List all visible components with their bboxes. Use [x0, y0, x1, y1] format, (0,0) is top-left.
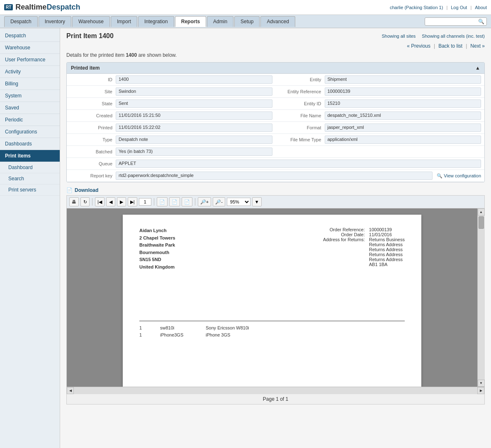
horizontal-scrollbar[interactable]: ◀ ▶	[67, 387, 484, 394]
page-title: Print Item 1400	[66, 32, 114, 40]
vertical-scrollbar[interactable]: ▲ ▼	[477, 208, 484, 387]
returns-postcode: AB1 1BA	[369, 262, 405, 267]
sidebar-item-saved[interactable]: Saved	[0, 102, 60, 114]
field-type: Type Despatch note	[67, 134, 276, 146]
download-row: 📄 Download	[66, 187, 485, 193]
tab-import[interactable]: Import	[111, 16, 137, 27]
sidebar-item-billing[interactable]: Billing	[0, 78, 60, 90]
returns-addr-4: Returns Address	[369, 257, 405, 262]
doc-item-name-1: Sony Ericsson W810i	[206, 325, 249, 330]
download-link[interactable]: Download	[75, 187, 98, 193]
field-created: Created 11/01/2016 15:21:50	[67, 110, 276, 122]
previous-link[interactable]: « Previous	[407, 43, 430, 49]
export-pdf-button[interactable]: 📄	[169, 197, 180, 206]
scroll-thumb[interactable]	[479, 216, 484, 229]
tab-inventory[interactable]: Inventory	[39, 16, 71, 27]
site-info: Showing all sites Showing all channels (…	[382, 34, 485, 39]
first-page-button[interactable]: |◀	[95, 197, 105, 206]
user-link[interactable]: charlie (Packing Station 1)	[390, 5, 443, 10]
logout-link[interactable]: Log Out	[451, 5, 467, 10]
page-number-input[interactable]	[139, 198, 151, 206]
order-date-label: Order Date:	[323, 232, 365, 237]
sidebar-item-configurations[interactable]: Configurations	[0, 126, 60, 138]
returns-addr-2: Returns Address	[369, 247, 405, 252]
tab-admin[interactable]: Admin	[207, 16, 233, 27]
next-page-button[interactable]: ▶	[117, 197, 126, 206]
content-area: Print Item 1400 Showing all sites Showin…	[60, 28, 491, 448]
showing-channels-link[interactable]: Showing all channels (inc. test)	[422, 34, 485, 39]
nav-controls: « Previous | Back to list | Next »	[66, 43, 485, 49]
scroll-up-button[interactable]: ▲	[478, 208, 485, 216]
sidebar-item-dashboards[interactable]: Dashboards	[0, 138, 60, 150]
next-link[interactable]: Next »	[470, 43, 485, 49]
tab-setup[interactable]: Setup	[234, 16, 260, 27]
field-id: ID 1400	[67, 74, 276, 86]
field-entity: Entity Shipment	[276, 74, 485, 86]
zoom-out-button[interactable]: 🔎-	[213, 197, 225, 206]
tab-integration[interactable]: Integration	[138, 16, 174, 27]
tab-despatch[interactable]: Despatch	[4, 16, 38, 27]
nav-search[interactable]: 🔍	[425, 17, 487, 26]
hscroll-right-button[interactable]: ▶	[477, 387, 484, 394]
sidebar-item-system[interactable]: System	[0, 90, 60, 102]
field-entity-id: Entity ID 15210	[276, 98, 485, 110]
sidebar-item-activity[interactable]: Activity	[0, 66, 60, 78]
document-area: Aidan Lynch 2 Chapel Towers Braithwaite …	[67, 208, 484, 387]
page-indicator: Page 1 of 1	[67, 394, 484, 404]
about-link[interactable]: About	[475, 5, 487, 10]
logo: RT RealtimeDespatch	[4, 3, 80, 12]
field-report-key: Report key rtd2-paperwork:despatchnote_s…	[67, 170, 484, 182]
logo-icon: RT	[4, 4, 13, 10]
export-xls-button[interactable]: 📄	[182, 197, 192, 206]
search-icon[interactable]: 🔍	[478, 19, 484, 24]
returns-business: Returns Business	[369, 237, 405, 242]
order-date-value: 11/01/2016	[369, 232, 405, 237]
doc-returns-section: Order Reference: Order Date: Address for…	[323, 227, 405, 267]
last-page-button[interactable]: ▶|	[128, 197, 137, 206]
nav-bar: Despatch Inventory Warehouse Import Inte…	[0, 15, 491, 28]
returns-label: Address for Returns:	[323, 237, 365, 242]
view-configuration-link[interactable]: 🔍 View configuration	[437, 173, 481, 179]
zoom-dropdown-button[interactable]: ▼	[252, 197, 262, 206]
field-site: Site Swindon	[67, 86, 276, 98]
sidebar-item-user-performance[interactable]: User Performance	[0, 54, 60, 66]
search-config-icon: 🔍	[437, 173, 442, 179]
doc-page: Aidan Lynch 2 Chapel Towers Braithwaite …	[123, 215, 421, 387]
field-format: Format jasper_report_xml	[276, 122, 485, 134]
printed-item-grid: ID 1400 Entity Shipment Site Swindon Ent…	[67, 74, 484, 182]
print-button[interactable]: 🖶	[69, 197, 79, 206]
tab-advanced[interactable]: Advanced	[260, 16, 295, 27]
tab-reports[interactable]: Reports	[175, 16, 206, 27]
zoom-in-button[interactable]: 🔎+	[198, 197, 211, 206]
field-right-empty	[276, 146, 485, 158]
prev-page-button[interactable]: ◀	[106, 197, 115, 206]
showing-sites-link[interactable]: Showing all sites	[382, 34, 416, 39]
info-text: Details for the printed item 1400 are sh…	[66, 52, 485, 58]
logo-realtime: Realtime	[15, 3, 46, 12]
doc-scroll-area[interactable]: Aidan Lynch 2 Chapel Towers Braithwaite …	[67, 208, 477, 387]
field-printed: Printed 11/01/2016 15:22:02	[67, 122, 276, 134]
collapse-icon[interactable]: ▲	[475, 65, 480, 71]
sidebar-subitem-print-servers[interactable]: Print servers	[0, 184, 60, 196]
sidebar-subitem-dashboard[interactable]: Dashboard	[0, 162, 60, 173]
printed-item-header: Printed item ▲	[67, 63, 484, 74]
sidebar-item-print-items[interactable]: Print items	[0, 150, 60, 162]
back-to-list-link[interactable]: Back to list	[438, 43, 462, 49]
search-input[interactable]	[427, 19, 477, 24]
field-state: State Sent	[67, 98, 276, 110]
field-file-mime-type: File Mime Type application/xml	[276, 134, 485, 146]
zoom-select[interactable]: 95% 75% 100% 125%	[227, 198, 250, 206]
doc-item-name-2: iPhone 3GS	[206, 332, 230, 337]
refresh-button[interactable]: ↻	[80, 197, 90, 206]
doc-divider	[139, 321, 405, 321]
scroll-down-button[interactable]: ▼	[478, 380, 485, 387]
sidebar-item-despatch[interactable]: Despatch	[0, 30, 60, 42]
tab-warehouse[interactable]: Warehouse	[72, 16, 110, 27]
hscroll-left-button[interactable]: ◀	[67, 387, 74, 394]
sidebar-item-warehouse[interactable]: Warehouse	[0, 42, 60, 54]
sidebar-item-periodic[interactable]: Periodic	[0, 114, 60, 126]
field-batched: Batched Yes (in batch 73)	[67, 146, 276, 158]
export-button[interactable]: 📄	[157, 197, 168, 206]
sidebar-subitem-search[interactable]: Search	[0, 173, 60, 184]
download-icon: 📄	[66, 187, 73, 193]
